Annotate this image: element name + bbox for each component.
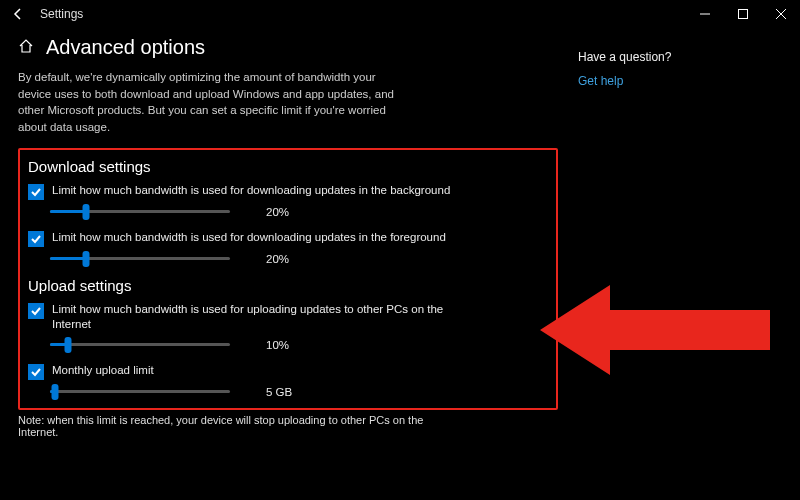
download-background-checkbox[interactable] bbox=[28, 184, 44, 200]
slider-thumb[interactable] bbox=[83, 251, 90, 267]
upload-section-title: Upload settings bbox=[28, 277, 548, 294]
page-title: Advanced options bbox=[46, 36, 205, 59]
slider-thumb[interactable] bbox=[65, 337, 72, 353]
help-question: Have a question? bbox=[578, 50, 758, 64]
download-section-title: Download settings bbox=[28, 158, 548, 175]
download-foreground-label: Limit how much bandwidth is used for dow… bbox=[52, 230, 446, 246]
titlebar: Settings bbox=[0, 0, 800, 28]
check-icon bbox=[30, 233, 42, 245]
back-button[interactable] bbox=[10, 6, 26, 22]
monthly-limit-label: Monthly upload limit bbox=[52, 363, 154, 379]
slider-fill bbox=[50, 210, 86, 213]
footnote: Note: when this limit is reached, your d… bbox=[18, 414, 448, 438]
annotation-arrow-icon bbox=[540, 280, 770, 380]
download-background-slider[interactable] bbox=[50, 210, 230, 213]
slider-fill bbox=[50, 257, 86, 260]
main-panel: Advanced options By default, we're dynam… bbox=[18, 30, 558, 438]
check-icon bbox=[30, 305, 42, 317]
close-button[interactable] bbox=[762, 0, 800, 28]
monthly-limit-checkbox[interactable] bbox=[28, 364, 44, 380]
highlight-box: Download settings Limit how much bandwid… bbox=[18, 148, 558, 410]
download-background-label: Limit how much bandwidth is used for dow… bbox=[52, 183, 450, 199]
window-controls bbox=[686, 0, 800, 28]
close-icon bbox=[776, 9, 786, 19]
slider-thumb[interactable] bbox=[52, 384, 59, 400]
monthly-limit-slider[interactable] bbox=[50, 390, 230, 393]
slider-thumb[interactable] bbox=[83, 204, 90, 220]
download-foreground-value: 20% bbox=[266, 253, 289, 265]
download-foreground-checkbox[interactable] bbox=[28, 231, 44, 247]
window-title: Settings bbox=[40, 7, 83, 21]
monthly-limit-value: 5 GB bbox=[266, 386, 292, 398]
get-help-link[interactable]: Get help bbox=[578, 74, 758, 88]
arrow-left-icon bbox=[11, 7, 25, 21]
upload-bandwidth-slider[interactable] bbox=[50, 343, 230, 346]
download-foreground-slider[interactable] bbox=[50, 257, 230, 260]
upload-bandwidth-value: 10% bbox=[266, 339, 289, 351]
check-icon bbox=[30, 366, 42, 378]
svg-marker-4 bbox=[540, 285, 770, 375]
home-icon[interactable] bbox=[18, 38, 34, 57]
minimize-button[interactable] bbox=[686, 0, 724, 28]
upload-bandwidth-checkbox[interactable] bbox=[28, 303, 44, 319]
download-background-value: 20% bbox=[266, 206, 289, 218]
minimize-icon bbox=[700, 9, 710, 19]
maximize-icon bbox=[738, 9, 748, 19]
check-icon bbox=[30, 186, 42, 198]
page-description: By default, we're dynamically optimizing… bbox=[18, 69, 398, 136]
upload-bandwidth-label: Limit how much bandwidth is used for upl… bbox=[52, 302, 482, 333]
maximize-button[interactable] bbox=[724, 0, 762, 28]
svg-rect-1 bbox=[739, 10, 748, 19]
